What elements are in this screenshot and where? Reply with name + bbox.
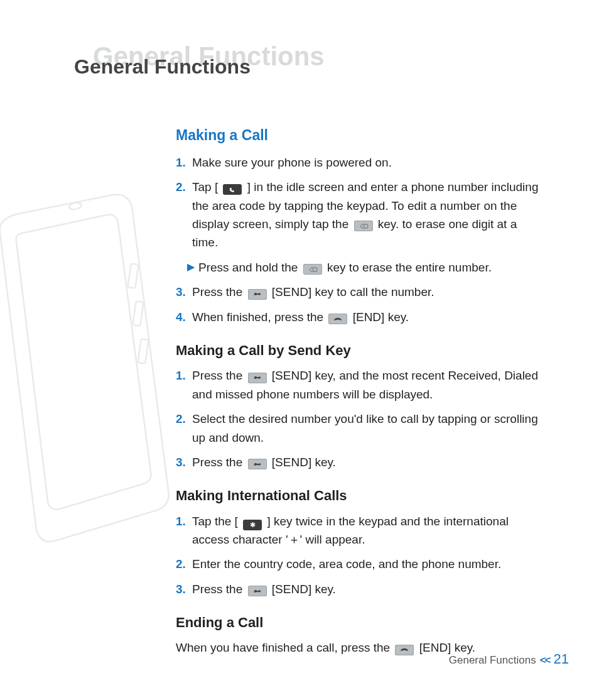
footer: General Functions << 21: [449, 651, 569, 667]
send-key-icon: [248, 459, 267, 469]
section-title-making-a-call: Making a Call: [176, 124, 540, 147]
decorative-phone-icon: [0, 189, 170, 566]
text-fragment: Press the: [192, 456, 242, 469]
footer-section-label: General Functions: [449, 654, 536, 667]
send-key-icon: [248, 586, 267, 596]
step-text: Press and hold the C key to erase the en…: [198, 258, 492, 276]
step-2: 2. Enter the country code, area code, an…: [176, 555, 540, 573]
step-note: ▶ Press and hold the C key to erase the …: [187, 258, 540, 276]
step-number: 2.: [176, 410, 192, 428]
star-key-icon: ✱: [243, 520, 262, 530]
phone-key-icon: [223, 184, 242, 195]
arrow-icon: ▶: [187, 258, 195, 276]
end-key-icon: [328, 314, 347, 324]
clear-key-icon: C: [303, 264, 322, 275]
step-2: 2. Select the desired number you'd like …: [176, 410, 540, 447]
text-fragment: [SEND] key, and the most recent Received…: [192, 369, 538, 400]
step-text: Press the [SEND] key to call the number.: [192, 283, 540, 301]
step-2: 2. Tap [ ] in the idle screen and enter …: [176, 178, 540, 252]
svg-rect-0: [127, 263, 138, 288]
step-1: 1. Press the [SEND] key, and the most re…: [176, 366, 540, 403]
step-4: 4. When finished, press the [END] key.: [176, 308, 540, 326]
step-number: 2.: [176, 555, 192, 573]
section-title-international-calls: Making International Calls: [176, 485, 540, 506]
step-3: 3. Press the [SEND] key to call the numb…: [176, 283, 540, 301]
text-fragment: [END] key.: [353, 310, 409, 324]
text-fragment: Tap the [: [192, 515, 238, 528]
text-fragment: key to erase the entire number.: [327, 261, 492, 274]
footer-chevron-icon: <<: [540, 654, 550, 667]
step-number: 1.: [176, 153, 192, 172]
step-1: 1. Make sure your phone is powered on.: [176, 153, 540, 172]
svg-point-3: [68, 202, 82, 211]
section-title-send-key: Making a Call by Send Key: [176, 340, 540, 361]
step-1: 1. Tap the [ ✱ ] key twice in the keypad…: [176, 512, 540, 549]
step-text: Press the [SEND] key.: [192, 580, 540, 598]
step-text: Tap [ ] in the idle screen and enter a p…: [192, 178, 540, 252]
end-key-icon: [395, 645, 414, 655]
send-key-icon: [248, 373, 267, 383]
text-fragment: Tap [: [192, 180, 218, 194]
text-fragment: [SEND] key.: [272, 456, 336, 469]
step-text: Press the [SEND] key.: [192, 453, 540, 471]
page-title: General Functions: [74, 55, 251, 79]
svg-rect-1: [132, 301, 143, 325]
step-text: Enter the country code, area code, and t…: [192, 555, 540, 573]
step-text: Make sure your phone is powered on.: [192, 153, 540, 172]
text-fragment: Press the: [192, 582, 242, 596]
step-text: When finished, press the [END] key.: [192, 308, 540, 326]
step-number: 4.: [176, 308, 192, 326]
step-3: 3. Press the [SEND] key.: [176, 580, 540, 598]
step-3: 3. Press the [SEND] key.: [176, 453, 540, 471]
step-number: 2.: [176, 178, 192, 196]
step-text: Select the desired number you'd like to …: [192, 410, 540, 447]
send-key-icon: [248, 289, 267, 300]
text-fragment: [SEND] key to call the number.: [272, 285, 434, 298]
text-fragment: When finished, press the: [192, 310, 323, 324]
text-fragment: [SEND] key.: [272, 582, 336, 596]
page-number: 21: [554, 651, 569, 667]
main-content: Making a Call 1. Make sure your phone is…: [176, 124, 540, 664]
step-text: Press the [SEND] key, and the most recen…: [192, 366, 540, 403]
svg-text:C: C: [363, 225, 365, 228]
svg-rect-2: [138, 339, 148, 363]
section-title-ending-a-call: Ending a Call: [176, 612, 540, 633]
text-fragment: Press the: [192, 369, 242, 382]
text-fragment: ] key twice in the keypad and the intern…: [192, 515, 509, 546]
text-fragment: When you have finished a call, press the: [176, 641, 390, 654]
clear-key-icon: C: [354, 221, 373, 231]
svg-text:C: C: [312, 268, 315, 271]
text-fragment: Press the: [192, 285, 242, 298]
step-number: 1.: [176, 366, 192, 385]
step-number: 3.: [176, 453, 192, 471]
step-number: 3.: [176, 580, 192, 598]
step-text: Tap the [ ✱ ] key twice in the keypad an…: [192, 512, 540, 549]
text-fragment: Press and hold the: [198, 261, 298, 274]
step-number: 3.: [176, 283, 192, 301]
step-number: 1.: [176, 512, 192, 530]
